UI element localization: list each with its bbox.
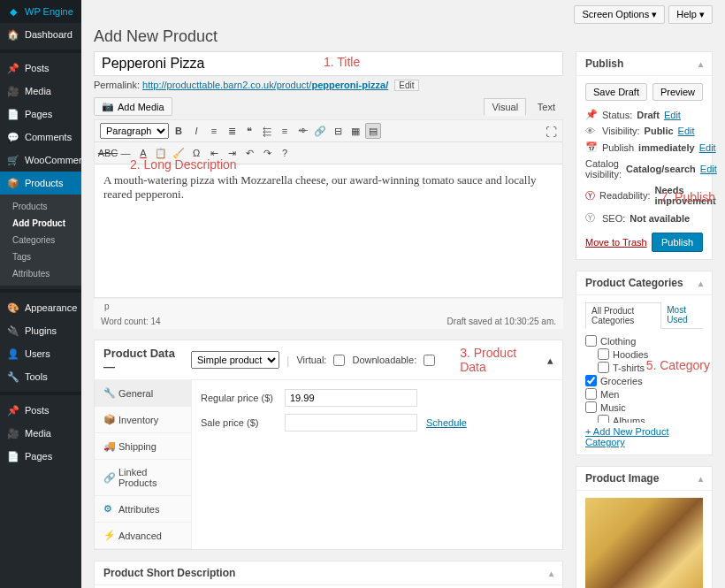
pd-tab-attributes[interactable]: ⚙Attributes	[95, 496, 191, 523]
sidebar-item-pages[interactable]: 📄Pages	[0, 445, 81, 468]
help-button[interactable]: Help ▾	[668, 5, 713, 24]
edit-visibility-link[interactable]: Edit	[678, 126, 695, 136]
sidebar-item-dashboard[interactable]: 🏠Dashboard	[0, 23, 81, 46]
pd-tab-general[interactable]: 🔧General	[95, 380, 191, 407]
permalink-edit-button[interactable]: Edit	[394, 80, 418, 91]
tab-all-categories[interactable]: All Product Categories	[585, 302, 661, 329]
category-item: Clothing	[585, 334, 703, 347]
sidebar-sub-categories[interactable]: Categories	[0, 232, 81, 248]
screen-options-button[interactable]: Screen Options ▾	[574, 5, 665, 24]
clear-format-icon[interactable]: 🧹	[171, 145, 187, 161]
downloadable-checkbox[interactable]	[424, 355, 435, 366]
sidebar-item-posts[interactable]: 📌Posts	[0, 399, 81, 422]
save-draft-button[interactable]: Save Draft	[585, 83, 647, 101]
tab-visual[interactable]: Visual	[484, 98, 526, 116]
editor-content-area[interactable]: A mouth-watering pizza with Mozzarella c…	[95, 164, 562, 297]
product-image-thumbnail[interactable]	[585, 498, 703, 588]
product-type-select[interactable]: Simple product	[191, 351, 279, 369]
draft-saved-time: Draft saved at 10:30:25 am.	[447, 317, 556, 326]
toolbar-toggle-icon[interactable]: ▤	[365, 123, 381, 139]
add-media-button[interactable]: 📷Add Media	[94, 97, 172, 116]
publish-button[interactable]: Publish	[652, 233, 703, 252]
undo-icon[interactable]: ↶	[241, 145, 257, 161]
category-checkbox[interactable]	[585, 401, 597, 413]
hr-icon[interactable]: —	[118, 145, 134, 161]
quote-icon[interactable]: ❝	[241, 123, 257, 139]
paste-text-icon[interactable]: 📋	[153, 145, 169, 161]
move-to-trash-link[interactable]: Move to Trash	[585, 237, 647, 248]
link-icon[interactable]: 🔗	[312, 123, 328, 139]
strikethrough-icon[interactable]: ABC	[100, 145, 116, 161]
sidebar-item-products[interactable]: 📦Products	[0, 172, 81, 195]
insert-more-icon[interactable]: ⊟	[330, 123, 346, 139]
italic-icon[interactable]: I	[188, 123, 204, 139]
sidebar-item-plugins[interactable]: 🔌Plugins	[0, 319, 81, 342]
sidebar-item-posts[interactable]: 📌Posts	[0, 57, 81, 80]
category-checkbox[interactable]	[598, 362, 609, 373]
bold-icon[interactable]: B	[171, 123, 187, 139]
bullet-list-icon[interactable]: ≡	[206, 123, 222, 139]
sale-price-input[interactable]	[285, 414, 417, 431]
preview-button[interactable]: Preview	[652, 83, 703, 101]
yoast-icon: Ⓨ	[585, 189, 595, 202]
tab-text[interactable]: Text	[530, 98, 563, 116]
schedule-link[interactable]: Schedule	[426, 417, 467, 428]
fullscreen-icon[interactable]: ⛶	[546, 126, 557, 139]
wrench-icon: 🔧	[7, 370, 19, 383]
edit-catalog-link[interactable]: Edit	[700, 164, 717, 174]
product-data-header[interactable]: Product Data — Simple product | Virtual:…	[95, 340, 562, 380]
pd-tab-linked-products[interactable]: 🔗Linked Products	[95, 460, 191, 496]
sidebar-item-appearance[interactable]: 🎨Appearance	[0, 296, 81, 319]
permalink-link[interactable]: http://producttable.barn2.co.uk/product/…	[142, 80, 388, 90]
category-checkbox[interactable]	[598, 348, 609, 360]
special-char-icon[interactable]: Ω	[188, 145, 204, 161]
edit-publish-link[interactable]: Edit	[699, 142, 716, 153]
pd-tab-advanced[interactable]: ⚡Advanced	[95, 523, 191, 549]
sidebar-item-media[interactable]: 🎥Media	[0, 422, 81, 445]
regular-price-input[interactable]	[285, 389, 417, 407]
sidebar-sub-products[interactable]: Products	[0, 198, 81, 215]
sidebar-sub-tags[interactable]: Tags	[0, 248, 81, 265]
align-center-icon[interactable]: ≡	[277, 123, 293, 139]
text-color-icon[interactable]: A	[135, 145, 151, 161]
virtual-checkbox[interactable]	[333, 355, 345, 366]
sidebar-item-pages[interactable]: 📄Pages	[0, 103, 81, 126]
redo-icon[interactable]: ↷	[259, 145, 275, 161]
wpengine-icon: ◆	[7, 5, 19, 18]
sidebar-item-users[interactable]: 👤Users	[0, 342, 81, 365]
sidebar-item-media[interactable]: 🎥Media	[0, 80, 81, 103]
collapse-icon[interactable]: ▴	[547, 354, 553, 367]
category-checkbox[interactable]	[598, 415, 609, 423]
category-checkbox[interactable]	[585, 375, 597, 386]
number-list-icon[interactable]: ≣	[224, 123, 240, 139]
indent-icon[interactable]: ⇥	[224, 145, 240, 161]
publish-box-header[interactable]: Publish▴	[576, 52, 712, 76]
format-select[interactable]: Paragraph	[100, 123, 169, 139]
table-icon[interactable]: ▦	[347, 123, 363, 139]
edit-status-link[interactable]: Edit	[664, 110, 681, 120]
sidebar-item-wp-engine[interactable]: ◆WP Engine	[0, 0, 81, 23]
category-item: Groceries	[585, 374, 703, 387]
sidebar-item-woocommerce[interactable]: 🛒WooCommerce	[0, 149, 81, 172]
help-icon[interactable]: ?	[277, 145, 293, 161]
categories-box-header[interactable]: Product Categories▴	[576, 271, 712, 295]
sidebar-item-tools[interactable]: 🔧Tools	[0, 365, 81, 388]
sidebar-sub-add-product[interactable]: Add Product	[0, 215, 81, 232]
tab-icon: ⚡	[103, 530, 114, 541]
tab-most-used[interactable]: Most Used	[661, 302, 703, 328]
product-image-box-header[interactable]: Product Image▴	[576, 467, 712, 491]
outdent-icon[interactable]: ⇤	[206, 145, 222, 161]
camera-icon: 🎥	[7, 85, 19, 97]
sidebar-item-comments[interactable]: 💬Comments	[0, 126, 81, 149]
sidebar-sub-attributes[interactable]: Attributes	[0, 265, 81, 282]
product-title-input[interactable]	[94, 51, 563, 76]
category-checkbox[interactable]	[585, 335, 597, 347]
add-category-link[interactable]: + Add New Product Category	[585, 426, 703, 447]
short-desc-header[interactable]: Product Short Description▴	[95, 561, 562, 585]
align-right-icon[interactable]: ⬲	[294, 123, 310, 139]
pd-tab-inventory[interactable]: 📦Inventory	[95, 407, 191, 433]
category-checkbox[interactable]	[585, 388, 597, 400]
pd-tab-shipping[interactable]: 🚚Shipping	[95, 433, 191, 460]
align-left-icon[interactable]: ⬱	[259, 123, 275, 139]
word-count: Word count: 14	[101, 317, 161, 326]
